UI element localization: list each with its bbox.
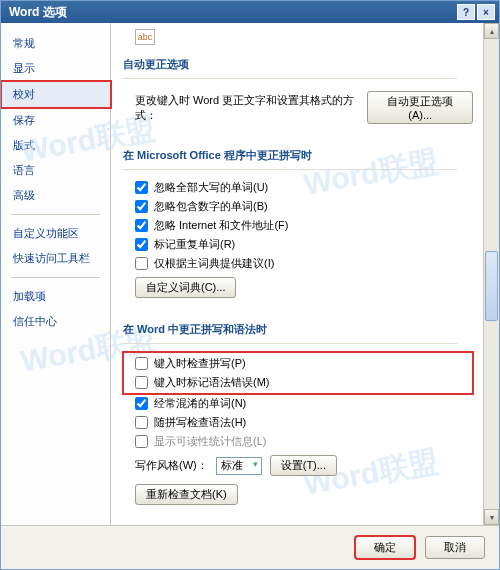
main-panel: Word联盟 Word联盟 abc 自动更正选项 更改键入时 Word 更正文字… [111, 23, 499, 525]
nav-display[interactable]: 显示 [1, 56, 110, 81]
ok-button[interactable]: 确定 [355, 536, 415, 559]
nav-separator [11, 277, 100, 278]
abc-icon: abc [135, 29, 155, 45]
recheck-document-button[interactable]: 重新检查文档(K) [135, 484, 238, 505]
section-office-head: 在 Microsoft Office 程序中更正拼写时 [123, 140, 457, 170]
writing-style-select[interactable]: 标准 [216, 457, 262, 475]
section-exceptions-head: 例外项(X)： 📄网站金字塔结构.docx [123, 521, 457, 525]
section-word-head: 在 Word 中更正拼写和语法时 [123, 314, 457, 344]
nav-separator [11, 214, 100, 215]
dialog-footer: 确定 取消 [1, 525, 499, 569]
close-button[interactable]: × [477, 4, 495, 20]
nav-customize-ribbon[interactable]: 自定义功能区 [1, 221, 110, 246]
cb-check-spelling-type[interactable] [135, 357, 148, 370]
nav-addins[interactable]: 加载项 [1, 284, 110, 309]
nav-language[interactable]: 语言 [1, 158, 110, 183]
nav-proofing[interactable]: 校对 [1, 81, 111, 108]
titlebar[interactable]: Word 选项 ? × [1, 1, 499, 23]
cb-confused-words[interactable] [135, 397, 148, 410]
word-options-dialog: Word 选项 ? × Word联盟 Word联盟 常规 显示 校对 保存 版式… [0, 0, 500, 570]
cb-flag-repeated[interactable] [135, 238, 148, 251]
nav-general[interactable]: 常规 [1, 31, 110, 56]
cb-ignore-internet[interactable] [135, 219, 148, 232]
autocorrect-options-button[interactable]: 自动更正选项(A)... [367, 91, 473, 124]
window-title: Word 选项 [9, 4, 67, 21]
section-autocorrect-head: 自动更正选项 [123, 49, 457, 79]
help-button[interactable]: ? [457, 4, 475, 20]
nav-save[interactable]: 保存 [1, 108, 110, 133]
cancel-button[interactable]: 取消 [425, 536, 485, 559]
nav-quick-access[interactable]: 快速访问工具栏 [1, 246, 110, 271]
autocorrect-desc: 更改键入时 Word 更正文字和设置其格式的方式： [135, 93, 359, 123]
custom-dictionaries-button[interactable]: 自定义词典(C)... [135, 277, 236, 298]
nav-trust[interactable]: 信任中心 [1, 309, 110, 334]
writing-style-label: 写作风格(W)： [135, 458, 208, 473]
cb-mark-grammar-type[interactable] [135, 376, 148, 389]
sidebar: Word联盟 Word联盟 常规 显示 校对 保存 版式 语言 高级 自定义功能… [1, 23, 111, 525]
cb-readability-stats[interactable] [135, 435, 148, 448]
nav-layout[interactable]: 版式 [1, 133, 110, 158]
cb-ignore-uppercase[interactable] [135, 181, 148, 194]
nav-advanced[interactable]: 高级 [1, 183, 110, 208]
writing-style-settings-button[interactable]: 设置(T)... [270, 455, 337, 476]
cb-main-dict-only[interactable] [135, 257, 148, 270]
cb-check-grammar-with-spell[interactable] [135, 416, 148, 429]
cb-ignore-numbers[interactable] [135, 200, 148, 213]
